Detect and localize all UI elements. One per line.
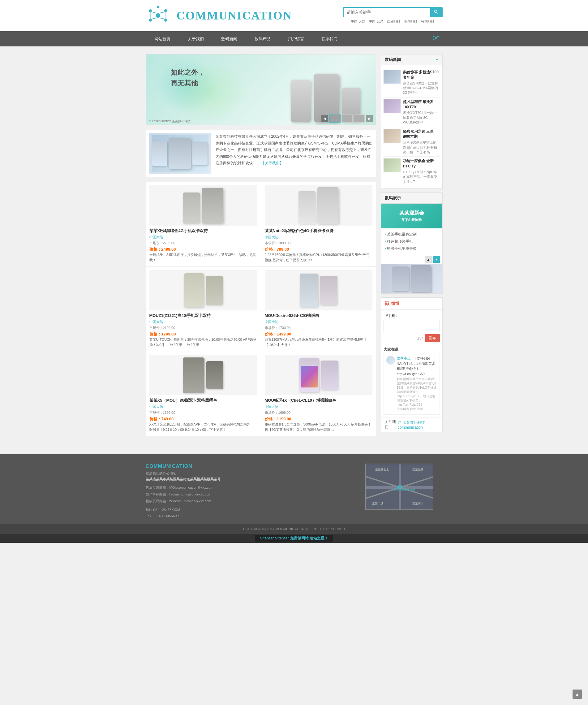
news-title: 数码新闻 [385, 57, 401, 62]
footer-address-label: 这是我们的办公地址： [146, 471, 356, 476]
svg-text:某某南街: 某某南街 [412, 502, 424, 505]
nav-guestbook[interactable]: 用户留言 [279, 33, 313, 46]
news-content: 超凡型程序 摩托罗10XT701 摩托罗XT701是一款中国联通定制的3G WC… [403, 99, 440, 125]
slider-watermark: © communiction 某某数码科技 [149, 119, 191, 124]
slider-thumbnails [330, 114, 365, 123]
display-up-btn[interactable]: ▲ [425, 256, 432, 263]
svg-line-8 [150, 18, 158, 19]
news-content: 功能一应俱全 全新HTC Ty HTC TyTN 即作为07年的旗舰产品，一直象… [403, 158, 440, 184]
display-phone-preview [381, 264, 442, 293]
weibo-comments-label: 大家在说 [381, 346, 442, 353]
svg-point-16 [433, 36, 434, 38]
nav-home[interactable]: 网站首页 [146, 33, 179, 46]
weibo-avatar [386, 356, 395, 365]
footer-tel: Tel：021-123456XXX8 Fax：021-123456XXX8 [146, 507, 356, 519]
slider-prev-btn[interactable]: ◀ [322, 115, 328, 122]
product-item: 某某X巴4黑曜金4G手机双卡双待 中国大陆 市场价：2799.00 价格：249… [146, 182, 261, 266]
slider-text: 如此之外， 再无其他 [171, 67, 205, 89]
weibo-repost-text: 转发微博钏风平台Ⅲ V #转发微博钏风平台V#钏风平台9月15日，支持钏风HAL… [397, 377, 437, 406]
svg-text:communication: communication [392, 488, 415, 491]
link-korea[interactable]: 韩国品牌 [421, 19, 435, 23]
link-usa[interactable]: 美国品牌 [404, 19, 418, 23]
about-link[interactable]: 【关于我们】 [261, 161, 283, 165]
weibo-follow-label: 关注我们 [385, 419, 397, 430]
product-price-row: 市场价：1699.00 [149, 410, 257, 415]
display-title: 数码展示 [385, 195, 401, 201]
nav-about[interactable]: 关于我们 [179, 33, 212, 46]
product-origin: 中国大陆 [265, 405, 373, 409]
link-europe[interactable]: 欧洲品牌 [387, 19, 400, 23]
svg-point-18 [433, 39, 434, 41]
svg-text:某某路北北: 某某路北北 [375, 468, 389, 471]
weibo-comment: 稻赢小青：#欣FlymeS Code去手机编期阶题 ：偏大！转发微博Flyme版… [386, 413, 437, 415]
hero-slider: 如此之外， 再无其他 © communiction 某某数码科技 ◀ [146, 54, 376, 125]
footer-brand: COMMUNICATION [146, 464, 356, 469]
weibo-send-button[interactable]: 发布 [425, 334, 440, 342]
search-input[interactable] [344, 8, 430, 17]
thumb-2[interactable] [341, 114, 353, 123]
product-name: MOU畅玩4X（Che1-CL10）增强版白色 [265, 398, 373, 403]
slider-next-btn[interactable]: ▶ [366, 115, 373, 122]
news-item-title: 超凡型程序 摩托罗10XT701 [403, 99, 440, 110]
display-down-btn[interactable]: ▼ [433, 256, 440, 263]
product-market-price: 市场价：2199.00 [149, 326, 176, 330]
news-item-desc: 多普达S700器一款支持移动TD-SCDMA网络的3G智能手 [403, 81, 440, 95]
display-list: 某某手机量身定制 打造超顶级手机 购买手机里单替换 [381, 228, 442, 255]
thumb-3[interactable] [353, 114, 365, 123]
product-item: MOU-Desire-826d-32G镶嵌白 中国大陆 市场价：1700.00 … [261, 267, 376, 351]
svg-line-7 [158, 12, 166, 13]
weibo-follow-link[interactable]: @ 某某数码科技communication [398, 420, 438, 430]
footer-contact-item: 售后反馈邮箱：MOUcomunication@xxx.com [146, 484, 356, 491]
navigation: 网站首页 关于我们 数码新闻 数码产品 用户留言 联系我们 [0, 31, 588, 46]
nav-share-icon[interactable] [429, 31, 443, 46]
thumb-1[interactable] [330, 114, 341, 123]
footer-copyright: COPYRIGHT© 2014 MOUMUNICATION.ALL RIGHTS… [0, 524, 588, 534]
svg-point-17 [437, 36, 439, 38]
product-origin: 中国大陆 [149, 235, 257, 240]
nav-products[interactable]: 数码产品 [246, 33, 279, 46]
product-price: 价格：2499.00 [149, 247, 257, 252]
weibo-comments-list[interactable]: 嘉善小丘 ：#支持钏风HALO手机，1元淘淘菜多机#期待雨特！！http://t… [384, 353, 440, 415]
sitestar-logo: SiteStar [260, 536, 274, 540]
products-grid: 某某X巴4黑曜金4G手机双卡双待 中国大陆 市场价：2799.00 价格：249… [146, 182, 376, 436]
news-add-icon[interactable]: + [436, 57, 438, 62]
product-market-price: 市场价：2799.00 [149, 241, 176, 245]
news-list: 实价惊喜 多普达S700套年金 多普达S700器一款支持移动TD-SCDMA网络… [381, 65, 442, 188]
product-name: 某某Note2标准版白色4G手机双卡双待 [265, 228, 373, 234]
product-item: MOU畅玩4X（Che1-CL10）增强版白色 中国大陆 市场价：1699.00… [261, 351, 376, 436]
product-image [265, 185, 373, 226]
sitestar-badge[interactable]: SiteStar SiteStar 免费做网站 建站之星！ [255, 535, 333, 542]
main-left: 如此之外， 再无其他 © communiction 某某数码科技 ◀ [146, 54, 376, 440]
search-button[interactable] [430, 8, 442, 17]
footer-address: 某某省某某市某某区某某街道某某楼某某楼某某号 [146, 477, 356, 481]
main-content: 如此之外， 再无其他 © communiction 某某数码科技 ◀ [146, 54, 443, 440]
weibo-input[interactable] [384, 320, 440, 332]
weibo-title: 微博 [391, 301, 399, 307]
weibo-username: 嘉善小丘 [397, 357, 410, 360]
svg-line-20 [436, 37, 437, 38]
nav-news[interactable]: 数码新闻 [212, 33, 246, 46]
nav-contact[interactable]: 联系我们 [313, 33, 346, 46]
news-item-title: 实价惊喜 多普达S700套年金 [403, 69, 440, 80]
slider-controls: ◀ ▶ [322, 114, 373, 123]
product-price: 价格：799.00 [265, 247, 373, 252]
link-mainland[interactable]: 中国-大陆 [351, 19, 365, 23]
product-price: 价格：1199.00 [265, 416, 373, 422]
product-item: MOUZ1(Z1221)白4G手机双卡双待 中国大陆 市场价：2199.00 价… [146, 267, 261, 351]
weibo-follow: 关注我们 @ 某某数码科技communication [381, 417, 442, 432]
display-list-item: 打造超顶级手机 [385, 238, 439, 245]
about-section: 某某数码科技有限责任公司成立于2002年4月，是专业从事移动通信研发、制造、销售… [146, 130, 376, 177]
display-banner-sub: 某某S 开抢购 [399, 218, 424, 222]
weibo-logo-icon: 微 [385, 300, 390, 307]
product-image [265, 270, 373, 311]
weibo-hashtag: #手机# [384, 312, 440, 320]
link-taiwan[interactable]: 中国-台湾 [369, 19, 384, 23]
display-section: 数码展示 + 某某迎新会 某某S 开抢购 某某手机量身定制 打造超顶级手机 购买… [381, 192, 443, 294]
display-banner-title: 某某迎新会 [399, 210, 424, 216]
header: COMMUNICATION 中国-大陆 中国-台湾 欧洲品牌 美国品牌 韩国品牌 [0, 0, 588, 31]
display-add-icon[interactable]: + [436, 195, 438, 201]
product-market-price: 市场价：1699.00 [265, 410, 291, 415]
product-image [149, 185, 257, 226]
search-box [343, 7, 443, 17]
svg-line-14 [436, 12, 438, 14]
